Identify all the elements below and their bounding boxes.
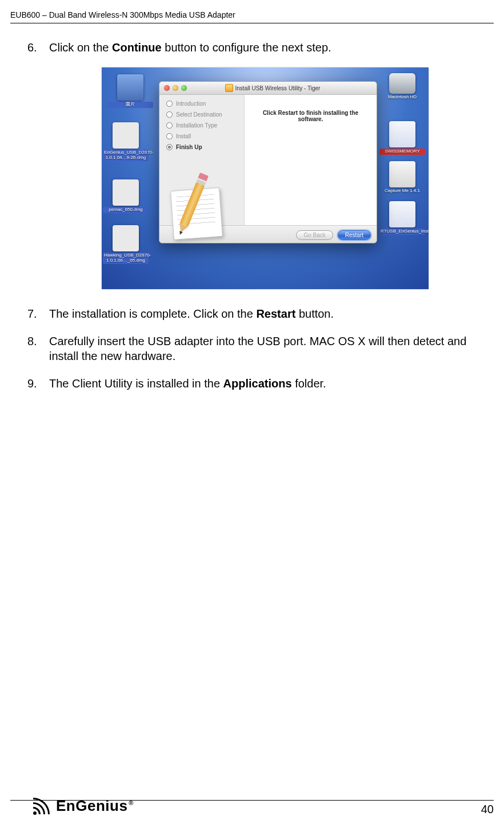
zoom-icon[interactable] [181,85,187,91]
dmg-icon [113,225,139,251]
desktop-icon-pictures: 圖片 [107,74,153,108]
desktop-icon-pemac-dmg: pemac_650.dmg [103,179,149,213]
step-text: Carefully insert the USB adapter into th… [49,334,477,363]
drive-icon [389,201,415,227]
brand-logo: EnGenius® [33,797,134,815]
radio-icon [166,122,173,129]
step-7: 7. The installation is complete. Click o… [27,306,477,321]
drive-icon [389,121,415,147]
hd-icon [389,73,415,94]
step-number: 7. [27,306,49,321]
traffic-lights [159,85,191,91]
step-9: 9. The Client Utility is installed in th… [27,376,477,391]
radio-icon [166,111,173,118]
install-main-panel: Click Restart to finish installing the s… [244,95,377,225]
step-text: The Client Utility is installed in the A… [49,376,477,391]
step-text: The installation is complete. Click on t… [49,306,477,321]
desktop-icon-capture-me: Capture Me 1.4.1 [379,161,425,194]
window-title: Install USB Wireless Utility - Tiger [191,84,377,92]
restart-button[interactable]: Restart [338,230,371,240]
step-number: 6. [27,40,49,55]
content-area: 6. Click on the Continue button to confi… [27,40,477,403]
step-install: Install [166,133,239,139]
step-text: Click on the Continue button to configur… [49,40,477,55]
step-number: 9. [27,376,49,391]
dmg-icon [113,179,139,206]
desktop-icon-swissmemory: SWISSMEMORY [379,121,425,155]
close-icon[interactable] [164,85,170,91]
minimize-icon[interactable] [173,85,178,91]
installer-window: Install USB Wireless Utility - Tiger Int… [159,81,377,243]
step-type: Installation Type [166,122,239,129]
radio-icon [166,144,173,150]
go-back-button: Go Back [296,230,333,240]
radio-icon [166,133,173,139]
step-number: 8. [27,334,49,349]
header-rule [10,23,494,23]
installer-art [172,175,227,238]
step-destination: Select Destination [166,111,239,118]
desktop-icon-hawking-dmg: Hawking_USB_D2870-1.0.1.06…_05.dmg [103,225,149,264]
install-message: Click Restart to finish installing the s… [251,110,370,122]
wifi-icon [33,798,53,815]
window-titlebar: Install USB Wireless Utility - Tiger [159,82,377,95]
header-title: EUB600 – Dual Band Wireless-N 300Mbps Me… [10,10,235,19]
desktop-icon-rtusb-installer: RTUSB_EnGenius_Installer [379,201,425,235]
brand-name: EnGenius® [56,797,134,815]
radio-icon [166,101,173,107]
dmg-icon [113,122,139,149]
folder-icon [117,74,143,101]
page-number: 40 [481,803,494,816]
app-icon [389,161,415,187]
install-steps-list: Introduction Select Destination Installa… [159,95,244,225]
step-8: 8. Carefully insert the USB adapter into… [27,334,477,363]
page-footer: 40 EnGenius® [10,800,494,816]
step-introduction: Introduction [166,101,239,107]
desktop-icon-macintosh-hd: Macintosh HD [379,73,425,100]
step-finish: Finish Up [166,144,239,150]
installer-screenshot: 圖片 EnGenius_USB_D2870-1.0.1.04…9-26.dmg … [102,67,429,289]
page-header: EUB600 – Dual Band Wireless-N 300Mbps Me… [10,10,494,19]
desktop-icon-engenius-dmg: EnGenius_USB_D2870-1.0.1.04…9-26.dmg [103,122,149,161]
package-icon [225,84,233,92]
step-6: 6. Click on the Continue button to confi… [27,40,477,55]
